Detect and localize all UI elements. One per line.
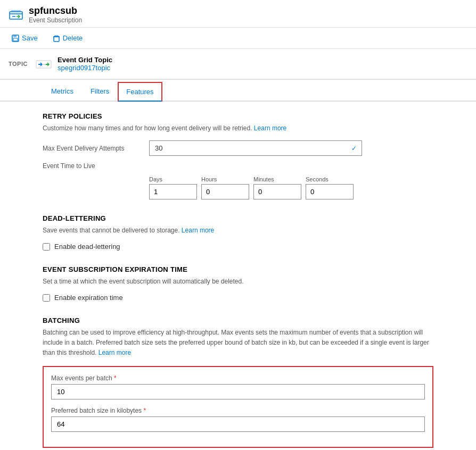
expiration-section: EVENT SUBSCRIPTION EXPIRATION TIME Set a… — [43, 265, 433, 302]
svg-rect-6 — [13, 38, 18, 41]
toolbar: Save Delete — [0, 28, 476, 49]
max-delivery-label: Max Event Delivery Attempts — [43, 145, 149, 152]
max-delivery-select[interactable]: 30 — [149, 140, 362, 156]
event-subscription-icon — [9, 7, 23, 22]
batching-learn-more[interactable]: Learn more — [99, 349, 131, 356]
hours-group: Hours — [201, 176, 249, 199]
save-button[interactable]: Save — [9, 32, 41, 44]
retry-policies-desc: Customize how many times and for how lon… — [43, 123, 433, 133]
batching-fields-highlighted: Max events per batch * Preferred batch s… — [43, 366, 433, 448]
max-events-label: Max events per batch * — [51, 374, 425, 382]
batch-size-required: * — [143, 407, 146, 414]
topic-label: TOPIC — [9, 61, 30, 67]
svg-rect-5 — [13, 35, 17, 37]
days-group: Days — [149, 176, 197, 199]
page-title: spfuncsub — [29, 5, 82, 16]
days-label: Days — [149, 176, 197, 182]
expiration-desc: Set a time at which the event subscripti… — [43, 277, 433, 286]
topic-section: TOPIC Event Grid Topic spegrid0917topic — [0, 49, 476, 79]
svg-rect-1 — [11, 10, 21, 12]
svg-rect-7 — [54, 37, 59, 41]
expiration-checkbox-label[interactable]: Enable expiration time — [54, 294, 123, 302]
dead-lettering-checkbox-row: Enable dead-lettering — [43, 243, 433, 251]
tab-filters[interactable]: Filters — [82, 82, 118, 101]
page-subtitle: Event Subscription — [29, 16, 82, 24]
max-events-input[interactable] — [51, 384, 425, 399]
retry-learn-more[interactable]: Learn more — [254, 124, 286, 132]
hours-input[interactable] — [201, 184, 249, 199]
batch-size-label: Preferred batch size in kilobytes * — [51, 407, 425, 414]
seconds-label: Seconds — [306, 176, 354, 182]
event-grid-topic-icon — [35, 55, 52, 72]
dead-lettering-checkbox-label[interactable]: Enable dead-lettering — [54, 243, 120, 251]
svg-rect-9 — [55, 36, 58, 37]
page-header: spfuncsub Event Subscription — [0, 0, 476, 28]
topic-type: Event Grid Topic — [58, 56, 112, 64]
minutes-input[interactable] — [253, 184, 301, 199]
svg-rect-0 — [10, 12, 22, 19]
dead-lettering-checkbox[interactable] — [43, 243, 50, 251]
tab-bar: Metrics Filters Features — [0, 82, 476, 102]
max-events-required: * — [114, 374, 117, 382]
delete-icon — [53, 35, 60, 42]
save-icon — [12, 35, 19, 42]
expiration-title: EVENT SUBSCRIPTION EXPIRATION TIME — [43, 265, 433, 273]
batching-desc: Batching can be used to improve efficien… — [43, 328, 433, 359]
retry-policies-section: RETRY POLICIES Customize how many times … — [43, 112, 433, 199]
days-input[interactable] — [149, 184, 197, 199]
max-delivery-select-wrapper: 30 ✓ — [149, 140, 362, 156]
tab-features[interactable]: Features — [118, 82, 162, 102]
expiration-checkbox[interactable] — [43, 294, 50, 302]
dead-lettering-learn-more[interactable]: Learn more — [182, 227, 214, 234]
delete-button[interactable]: Delete — [50, 32, 86, 44]
seconds-group: Seconds — [306, 176, 354, 199]
batching-section: BATCHING Batching can be used to improve… — [43, 316, 433, 448]
retry-policies-title: RETRY POLICIES — [43, 112, 433, 120]
batching-title: BATCHING — [43, 316, 433, 324]
minutes-label: Minutes — [253, 176, 301, 182]
time-to-live-label-row: Event Time to Live — [43, 162, 433, 170]
dead-lettering-title: DEAD-LETTERING — [43, 214, 433, 222]
main-content: RETRY POLICIES Customize how many times … — [0, 102, 476, 450]
max-delivery-row: Max Event Delivery Attempts 30 ✓ — [43, 140, 433, 156]
dead-lettering-section: DEAD-LETTERING Save events that cannot b… — [43, 214, 433, 251]
batch-size-group: Preferred batch size in kilobytes * — [51, 407, 425, 432]
batch-size-input[interactable] — [51, 416, 425, 432]
expiration-checkbox-row: Enable expiration time — [43, 294, 433, 302]
time-fields: Days Hours Minutes Seconds — [149, 176, 433, 199]
time-to-live-label: Event Time to Live — [43, 162, 149, 170]
topic-link[interactable]: spegrid0917topic — [58, 64, 110, 72]
minutes-group: Minutes — [253, 176, 301, 199]
delete-label: Delete — [63, 34, 83, 42]
topic-info: Event Grid Topic spegrid0917topic — [58, 56, 112, 72]
dead-lettering-desc: Save events that cannot be delivered to … — [43, 226, 433, 235]
hours-label: Hours — [201, 176, 249, 182]
save-label: Save — [22, 34, 38, 42]
tab-metrics[interactable]: Metrics — [43, 82, 82, 101]
seconds-input[interactable] — [306, 184, 354, 199]
max-events-group: Max events per batch * — [51, 374, 425, 399]
